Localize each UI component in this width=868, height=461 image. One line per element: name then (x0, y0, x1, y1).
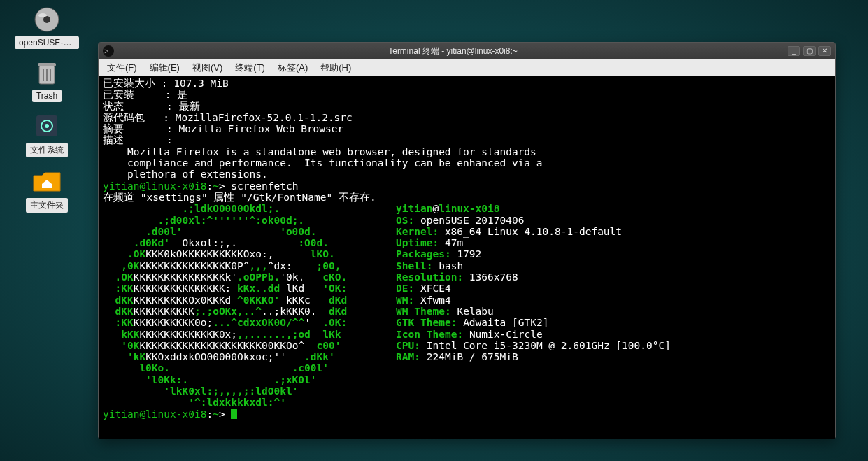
menu-file[interactable]: 文件(F) (101, 60, 143, 76)
window-title: Terminal 终端 - yitian@linux-x0i8:~ (118, 45, 788, 57)
terminal-output[interactable]: 已安装大小 : 107.3 MiB已安装 : 是状态 : 最新源代码包 : Mo… (99, 76, 835, 439)
svg-rect-4 (38, 63, 56, 66)
desktop-icon-trash[interactable]: Trash (14, 59, 80, 102)
terminal-app-icon: >_ (103, 45, 114, 57)
menu-view[interactable]: 视图(V) (187, 60, 228, 76)
desktop: openSUSE-T… Trash 文件系统 主文件夹 (0, 0, 105, 222)
desktop-icon-label: 文件系统 (26, 143, 68, 157)
desktop-icon-label: openSUSE-T… (15, 36, 79, 49)
desktop-icon-filesystem[interactable]: 文件系统 (14, 112, 80, 157)
desktop-icon-label: Trash (32, 90, 62, 102)
window-minimize-button[interactable]: _ (788, 46, 800, 56)
disc-icon (31, 6, 63, 34)
menu-help[interactable]: 帮助(H) (315, 60, 357, 76)
svg-point-2 (38, 13, 47, 17)
menubar: 文件(F) 编辑(E) 视图(V) 终端(T) 标签(A) 帮助(H) (99, 59, 835, 76)
folder-home-icon (31, 167, 63, 195)
menu-tabs[interactable]: 标签(A) (272, 60, 313, 76)
titlebar[interactable]: >_ Terminal 终端 - yitian@linux-x0i8:~ _ ▢… (99, 43, 835, 59)
cursor (231, 409, 237, 419)
trash-icon (31, 59, 63, 87)
menu-edit[interactable]: 编辑(E) (144, 60, 185, 76)
filesystem-icon (31, 112, 63, 140)
svg-point-10 (45, 124, 49, 128)
desktop-icon-home[interactable]: 主文件夹 (14, 167, 80, 213)
menu-terminal[interactable]: 终端(T) (229, 60, 271, 76)
desktop-icon-opensuse-disc[interactable]: openSUSE-T… (14, 6, 80, 49)
desktop-icon-label: 主文件夹 (26, 198, 68, 213)
terminal-window: >_ Terminal 终端 - yitian@linux-x0i8:~ _ ▢… (98, 42, 836, 439)
window-maximize-button[interactable]: ▢ (803, 46, 816, 56)
window-close-button[interactable]: ✕ (818, 46, 831, 56)
